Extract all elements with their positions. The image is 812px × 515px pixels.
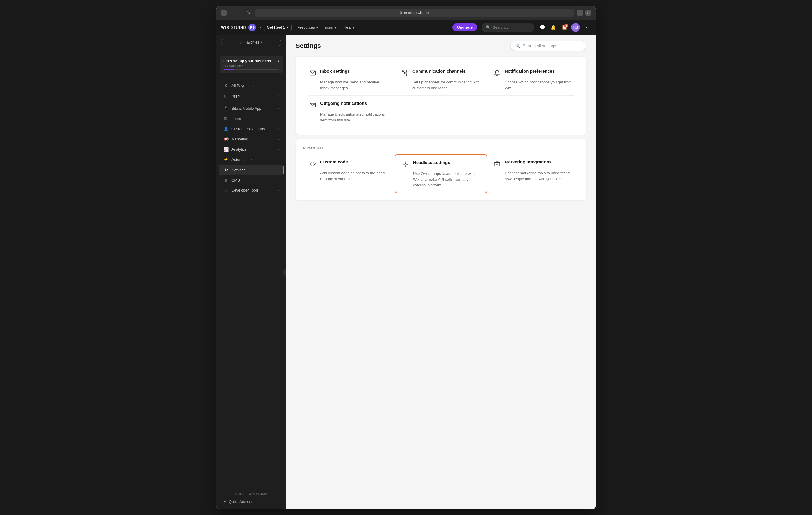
site-selector-button[interactable]: Get Reel 1 ▾ — [264, 24, 291, 31]
forward-button[interactable]: → — [238, 10, 244, 16]
sidebar-item-all-payments[interactable]: $ All Payments — [219, 81, 284, 90]
sidebar-label-settings: Settings — [232, 168, 279, 172]
site-name: Get Reel 1 — [267, 25, 285, 29]
user-avatar-nav[interactable]: RS — [571, 23, 580, 32]
svg-point-2 — [403, 70, 404, 72]
setup-card[interactable]: Let's set up your business › 1/5 complet… — [220, 56, 283, 73]
settings-item-communication[interactable]: Communication channels Set up channels f… — [395, 64, 487, 95]
sidebar-item-analytics[interactable]: 📈 Analytics › — [219, 144, 284, 154]
custom-code-icon — [309, 160, 317, 168]
help-chevron-icon: ▾ — [353, 25, 355, 29]
sidebar-item-cms[interactable]: ⊞ CMS — [219, 175, 284, 185]
bell-icon-button[interactable]: 🔔 — [549, 23, 558, 32]
notifications-pref-icon — [493, 69, 501, 77]
settings-item-custom-code-header: Custom code — [309, 159, 389, 168]
notification-badge: 1 — [564, 24, 568, 28]
top-nav: WIX STUDIO RS ▾ Get Reel 1 ▾ Resources ▾… — [216, 20, 596, 35]
outgoing-desc: Manage & edit automated notifications se… — [309, 112, 389, 123]
favorites-label: Favorites — [244, 40, 259, 45]
site-mobile-icon: 📱 — [223, 106, 229, 111]
nav-label-help: Help — [344, 25, 351, 29]
settings-item-notifications[interactable]: Notification preferences Choose which no… — [487, 64, 579, 95]
chat-icon-button[interactable]: 💬 — [538, 23, 547, 32]
settings-search-bar[interactable]: 🔍 Search all settings — [511, 41, 586, 51]
nav-item-resources[interactable]: Resources ▾ — [294, 23, 321, 31]
notifications-title: Notification preferences — [505, 68, 555, 74]
svg-point-3 — [406, 70, 407, 72]
sidebar-item-apps[interactable]: ⊞ Apps › — [219, 91, 284, 101]
sidebar-label-site-mobile: Site & Mobile App — [231, 106, 275, 111]
setup-chevron-icon: › — [278, 59, 279, 63]
settings-item-marketing-integrations-header: Marketing Integrations — [493, 159, 574, 168]
sidebar-item-settings[interactable]: ⚙ Settings — [219, 165, 284, 175]
user-dropdown-button[interactable]: ▾ — [257, 24, 264, 30]
sidebar-nav: $ All Payments ⊞ Apps › 📱 Site & Mobile … — [216, 79, 286, 197]
inbox-settings-desc: Manage how you send and receive Inbox me… — [309, 79, 389, 91]
sidebar-item-customers-leads[interactable]: 👤 Customers & Leads › — [219, 124, 284, 134]
resources-chevron-icon: ▾ — [316, 25, 318, 29]
nav-item-help[interactable]: Help ▾ — [341, 23, 357, 31]
studio-text: STUDIO — [231, 25, 246, 30]
settings-item-headless[interactable]: Headless settings Use OAuth apps to auth… — [395, 154, 487, 193]
progress-fill — [223, 69, 234, 70]
sidebar-label-analytics: Analytics — [231, 147, 275, 151]
search-settings-icon: 🔍 — [516, 44, 520, 48]
notifications-desc: Choose which notifications you get from … — [493, 79, 574, 91]
site-mobile-chevron-icon: › — [278, 107, 279, 110]
nav-item-community[interactable]: main ▾ — [322, 23, 340, 31]
settings-item-inbox[interactable]: Inbox settings Manage how you send and r… — [303, 64, 395, 95]
browser-nav: ← → ↻ — [230, 10, 252, 16]
sidebar-item-automations[interactable]: ⚡ Automations — [219, 154, 284, 164]
sidebar-item-developer-tools[interactable]: </> Developer Tools › — [219, 185, 284, 195]
settings-item-marketing-integrations[interactable]: Marketing Integrations Connect marketing… — [487, 154, 579, 193]
notifications-icon-button[interactable]: 📋 1 — [560, 23, 569, 32]
sidebar-collapse-button[interactable]: ‹ — [283, 268, 286, 276]
address-bar[interactable]: 🖥 manage.wix.com — [255, 9, 574, 17]
url-text: manage.wix.com — [404, 11, 430, 15]
upgrade-button[interactable]: Upgrade — [453, 23, 477, 31]
browser-chrome: ⊞ ← → ↻ 🖥 manage.wix.com ⊡ ⊟ — [216, 6, 596, 20]
sidebar-item-inbox[interactable]: ✉ Inbox — [219, 114, 284, 123]
sidebar-item-site-mobile[interactable]: 📱 Site & Mobile App › — [219, 103, 284, 113]
back-button[interactable]: ← — [230, 10, 237, 16]
custom-code-desc: Add custom code snippets to the head or … — [309, 170, 389, 181]
marketing-integrations-desc: Connect marketing tools to understand ho… — [493, 170, 574, 181]
settings-item-outgoing[interactable]: Outgoing notifications Manage & edit aut… — [303, 96, 395, 127]
svg-point-4 — [406, 75, 407, 76]
settings-item-custom-code[interactable]: Custom code Add custom code snippets to … — [303, 154, 395, 193]
communication-icon — [401, 69, 409, 77]
search-icon: 🔍 — [486, 25, 490, 29]
quick-access-button[interactable]: ✦ Quick Access — [221, 498, 281, 506]
profile-chevron-icon[interactable]: ▾ — [582, 23, 591, 32]
quick-access-icon: ✦ — [223, 499, 227, 504]
built-on-label: Built on WIX STUDIO — [221, 492, 281, 495]
sidebar-label-customers: Customers & Leads — [231, 127, 275, 131]
user-avatar-small[interactable]: RS — [249, 24, 256, 31]
svg-point-10 — [405, 164, 406, 165]
sidebar-footer: Built on WIX STUDIO ✦ Quick Access — [216, 488, 286, 509]
settings-main-grid: Inbox settings Manage how you send and r… — [303, 64, 579, 95]
sidebar: ☆ Favorites ▾ ‹ Let's set up your busine… — [216, 35, 286, 509]
split-view-icon[interactable]: ⊟ — [585, 10, 591, 16]
cms-icon: ⊞ — [223, 178, 229, 182]
sidebar-top: ☆ Favorites ▾ — [216, 35, 286, 50]
headless-title: Headless settings — [413, 160, 451, 166]
sidebar-toggle-icon[interactable]: ⊞ — [221, 10, 227, 16]
browser-window: ⊞ ← → ↻ 🖥 manage.wix.com ⊡ ⊟ WIX STUDIO … — [216, 6, 596, 509]
extensions-icon[interactable]: ⊡ — [577, 10, 583, 16]
settings-item-headless-header: Headless settings — [401, 160, 481, 168]
favorites-button[interactable]: ☆ Favorites ▾ — [221, 38, 281, 46]
automations-icon: ⚡ — [223, 157, 229, 162]
sidebar-item-marketing[interactable]: 📢 Marketing › — [219, 134, 284, 144]
apps-icon: ⊞ — [223, 93, 229, 98]
outgoing-title: Outgoing notifications — [320, 101, 367, 106]
top-search-bar[interactable]: 🔍 Search... — [482, 23, 534, 32]
inbox-icon: ✉ — [223, 116, 229, 121]
browser-actions: ⊡ ⊟ — [577, 10, 591, 16]
inbox-settings-title: Inbox settings — [320, 68, 350, 74]
setup-progress: 1/5 completed — [223, 64, 279, 68]
refresh-button[interactable]: ↻ — [245, 10, 252, 16]
marketing-integrations-icon — [493, 160, 501, 168]
settings-item-notifications-header: Notification preferences — [493, 68, 574, 77]
sidebar-divider-1 — [221, 102, 281, 102]
